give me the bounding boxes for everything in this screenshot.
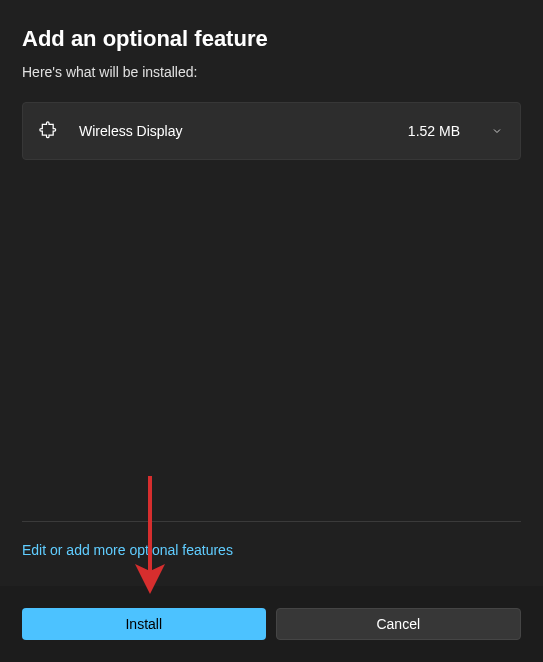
feature-name-label: Wireless Display (79, 123, 388, 139)
feature-size-label: 1.52 MB (408, 123, 460, 139)
feature-list: Wireless Display 1.52 MB (22, 102, 521, 160)
chevron-down-icon (490, 124, 504, 138)
dialog-content: Add an optional feature Here's what will… (0, 0, 543, 182)
install-button[interactable]: Install (22, 608, 266, 640)
dialog-title: Add an optional feature (22, 26, 521, 52)
puzzle-piece-icon (39, 121, 59, 141)
annotation-arrow-icon (125, 476, 175, 596)
section-divider (22, 521, 521, 522)
dialog-subtitle: Here's what will be installed: (22, 64, 521, 80)
button-bar: Install Cancel (0, 586, 543, 662)
edit-features-link[interactable]: Edit or add more optional features (22, 542, 233, 558)
feature-item-wireless-display[interactable]: Wireless Display 1.52 MB (22, 102, 521, 160)
cancel-button[interactable]: Cancel (276, 608, 522, 640)
